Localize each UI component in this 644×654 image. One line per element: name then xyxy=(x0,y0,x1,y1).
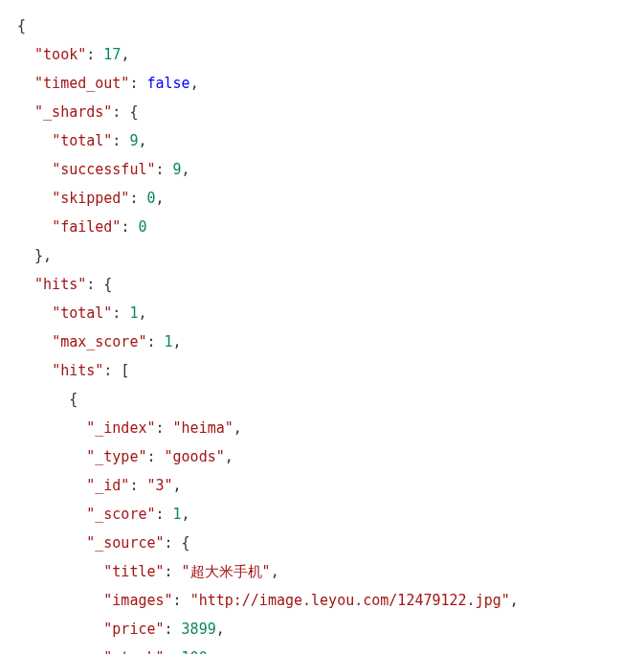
value-images: "http://image.leyou.com/12479122.jpg" xyxy=(190,592,510,609)
value-title: "超大米手机" xyxy=(182,563,271,580)
value-took: 17 xyxy=(103,46,121,63)
key-score: "_score" xyxy=(86,506,155,523)
value-shards-skipped: 0 xyxy=(146,190,155,207)
key-price: "price" xyxy=(103,620,164,638)
key-hits-max-score: "max_score" xyxy=(52,333,146,350)
key-stock: "stock" xyxy=(103,649,164,654)
value-hits-max-score: 1 xyxy=(165,333,173,350)
value-id: "3" xyxy=(146,477,172,494)
key-type: "_type" xyxy=(86,448,146,465)
key-shards-total: "total" xyxy=(52,132,112,149)
key-images: "images" xyxy=(103,592,172,609)
key-shards-failed: "failed" xyxy=(52,218,121,236)
key-took: "took" xyxy=(34,46,86,63)
value-type: "goods" xyxy=(165,448,225,465)
value-index: "heima" xyxy=(173,419,233,437)
key-id: "_id" xyxy=(86,477,129,494)
value-timed-out: false xyxy=(146,75,189,92)
key-source: "_source" xyxy=(86,534,164,552)
key-timed-out: "timed_out" xyxy=(34,75,129,92)
key-shards-successful: "successful" xyxy=(52,161,155,178)
value-score: 1 xyxy=(173,506,182,523)
key-shards-skipped: "skipped" xyxy=(52,190,129,207)
key-index: "_index" xyxy=(86,419,155,437)
key-hits-total: "total" xyxy=(52,304,112,322)
value-shards-successful: 9 xyxy=(173,161,182,178)
key-shards: "_shards" xyxy=(34,103,112,121)
value-stock: 100 xyxy=(182,649,208,654)
key-hits-array: "hits" xyxy=(52,362,103,379)
json-code-block: { "took": 17, "timed_out": false, "_shar… xyxy=(17,11,627,654)
value-shards-failed: 0 xyxy=(138,218,146,236)
key-title: "title" xyxy=(103,563,164,580)
key-hits: "hits" xyxy=(34,276,86,293)
value-price: 3899 xyxy=(182,620,216,638)
